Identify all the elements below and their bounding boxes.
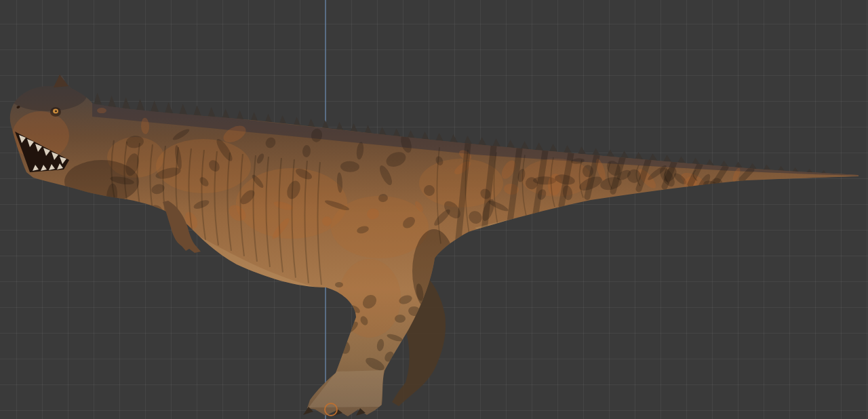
3d-viewport[interactable] [0,0,868,419]
eye-pupil [55,111,57,113]
viewport-canvas [0,0,868,419]
mottle-patch [97,108,106,113]
mottle-patch [395,315,406,323]
mottle-patch [335,282,343,287]
